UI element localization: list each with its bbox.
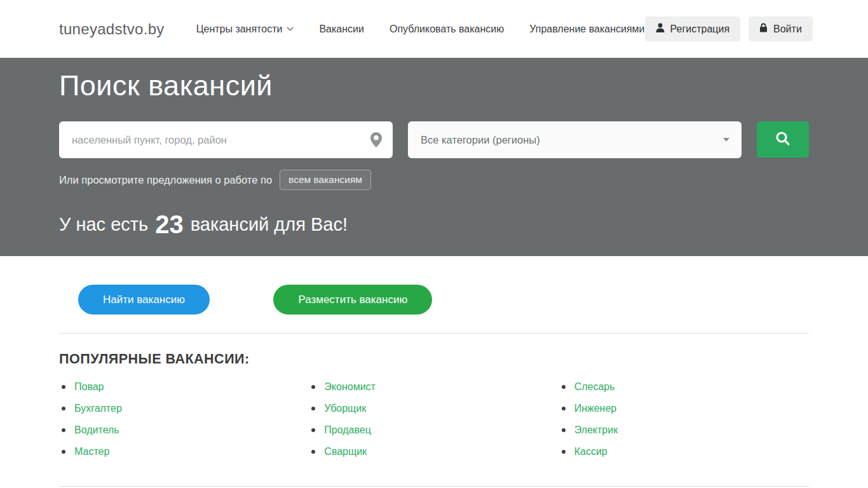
search-button[interactable] xyxy=(757,121,809,158)
popular-link-kassir[interactable]: Кассир xyxy=(574,446,607,458)
vacancy-count: 23 xyxy=(155,212,184,237)
list-item: Кассир xyxy=(562,441,809,463)
person-icon xyxy=(656,23,665,35)
list-item: Уборщик xyxy=(311,398,559,419)
popular-columns: Повар Бухгалтер Водитель Мастер Экономис… xyxy=(59,376,809,463)
all-vacancies-button[interactable]: всем вакансиям xyxy=(280,170,371,190)
post-vacancy-button[interactable]: Разместить вакансию xyxy=(273,285,432,315)
popular-link-slesar[interactable]: Слесарь xyxy=(574,381,615,393)
page-title: Поиск вакансий xyxy=(59,69,809,102)
divider-top xyxy=(59,333,809,334)
category-select-value: Все категории (регионы) xyxy=(421,134,540,146)
count-suffix: вакансий для Вас! xyxy=(191,214,348,235)
chevron-down-icon xyxy=(287,27,294,31)
login-button-label: Войти xyxy=(773,24,802,35)
register-button-label: Регистрация xyxy=(670,24,730,35)
list-item: Инженер xyxy=(562,398,809,419)
popular-list-column-2: Экономист Уборщик Продавец Сварщик xyxy=(309,376,559,463)
list-item: Водитель xyxy=(62,419,309,441)
list-item: Мастер xyxy=(62,441,309,463)
hero-section: Поиск вакансий Все категории (регионы) И… xyxy=(0,58,868,256)
list-item: Электрик xyxy=(562,419,809,441)
popular-vacancies-section: ПОПУЛЯРНЫЕ ВАКАНСИИ: Повар Бухгалтер Вод… xyxy=(0,351,868,463)
magnifier-icon xyxy=(775,130,791,149)
vacancy-count-line: У нас есть 23 вакансий для Вас! xyxy=(59,212,809,237)
main-nav: Центры занятости Вакансии Опубликовать в… xyxy=(196,24,645,35)
lock-icon xyxy=(759,23,768,35)
browse-text: Или просмотрите предложения о работе по xyxy=(59,174,272,186)
popular-link-prodavets[interactable]: Продавец xyxy=(324,424,371,436)
category-select[interactable]: Все категории (регионы) xyxy=(408,121,742,158)
popular-heading: ПОПУЛЯРНЫЕ ВАКАНСИИ: xyxy=(59,351,809,367)
actions-section: Найти вакансию Разместить вакансию xyxy=(0,256,868,315)
popular-link-ekonomist[interactable]: Экономист xyxy=(324,381,376,393)
select-arrow-icon xyxy=(723,138,729,142)
popular-link-inzhener[interactable]: Инженер xyxy=(574,403,617,414)
nav-item-post-vacancy[interactable]: Опубликовать вакансию xyxy=(390,24,504,35)
popular-link-voditel[interactable]: Водитель xyxy=(74,424,119,436)
divider-bottom xyxy=(59,486,809,487)
list-item: Сварщик xyxy=(311,441,559,463)
nav-item-employment-centers[interactable]: Центры занятости xyxy=(196,24,294,35)
list-item: Повар xyxy=(62,376,309,398)
popular-link-elektrik[interactable]: Электрик xyxy=(574,424,618,436)
location-input[interactable] xyxy=(59,121,393,158)
list-item: Продавец xyxy=(311,419,559,441)
nav-actions: Регистрация Войти xyxy=(645,17,813,41)
popular-link-master[interactable]: Мастер xyxy=(74,446,109,458)
list-item: Бухгалтер xyxy=(62,398,309,419)
search-bar: Все категории (регионы) xyxy=(59,121,809,158)
browse-row: Или просмотрите предложения о работе по … xyxy=(59,170,809,190)
find-vacancy-button[interactable]: Найти вакансию xyxy=(78,285,210,315)
nav-item-vacancies[interactable]: Вакансии xyxy=(319,24,364,35)
popular-link-svarshchik[interactable]: Сварщик xyxy=(324,446,367,458)
count-prefix: У нас есть xyxy=(59,214,148,235)
popular-list-column-1: Повар Бухгалтер Водитель Мастер xyxy=(59,376,309,463)
site-logo[interactable]: tuneyadstvo.by xyxy=(59,20,165,38)
popular-link-buhgalter[interactable]: Бухгалтер xyxy=(74,403,122,414)
popular-link-uborshchik[interactable]: Уборщик xyxy=(324,403,366,414)
nav-item-label: Центры занятости xyxy=(196,24,283,35)
login-button[interactable]: Войти xyxy=(749,17,813,41)
popular-list-column-3: Слесарь Инженер Электрик Кассир xyxy=(559,376,809,463)
navbar: tuneyadstvo.by Центры занятости Вакансии… xyxy=(0,0,868,58)
list-item: Экономист xyxy=(311,376,559,398)
list-item: Слесарь xyxy=(562,376,809,398)
register-button[interactable]: Регистрация xyxy=(645,17,741,41)
nav-item-manage-vacancies[interactable]: Управление вакансиями xyxy=(529,24,644,35)
popular-link-povar[interactable]: Повар xyxy=(74,381,104,393)
